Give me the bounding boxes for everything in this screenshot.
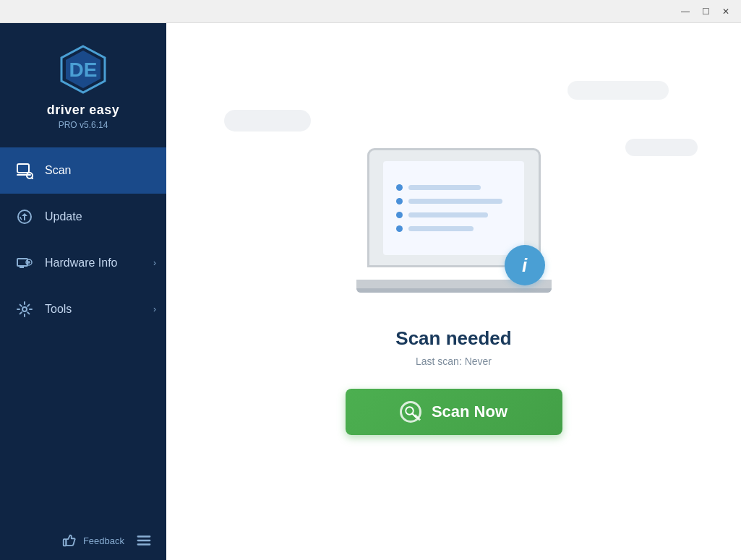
info-badge: i [505, 245, 545, 285]
tools-chevron: › [153, 304, 156, 314]
feedback-button[interactable]: Feedback [61, 533, 124, 548]
menu-button[interactable] [136, 533, 152, 548]
scan-dot-2 [396, 198, 403, 204]
hardware-info-icon [14, 253, 35, 273]
scan-bar-2 [408, 199, 502, 204]
svg-rect-15 [64, 539, 67, 546]
logo-version: PRO v5.6.14 [59, 120, 108, 130]
tools-label: Tools [45, 303, 72, 316]
hardware-info-chevron: › [153, 258, 156, 268]
scan-dot-4 [396, 225, 403, 232]
scan-now-icon [400, 401, 421, 423]
scan-content: i Scan needed Last scan: Never Scan Now [346, 148, 562, 435]
scan-line-2 [396, 198, 511, 204]
sidebar-logo: DE driver easy PRO v5.6.14 [0, 23, 166, 147]
decorative-blob-right [625, 139, 698, 156]
svg-line-6 [32, 178, 33, 179]
sidebar-item-scan[interactable]: Scan [0, 147, 166, 194]
hardware-info-label: Hardware Info [45, 257, 118, 270]
decorative-blob-top [567, 81, 669, 100]
last-scan-label: Last scan: Never [416, 356, 492, 367]
scan-bar-3 [408, 212, 488, 217]
minimize-button[interactable]: — [676, 4, 695, 20]
decorative-blob-left [224, 110, 311, 132]
app-logo-icon: DE [57, 43, 109, 95]
svg-rect-3 [17, 164, 29, 173]
sidebar-bottom: Feedback [0, 521, 166, 560]
sidebar-nav: Scan Update [0, 147, 166, 521]
app-window: — ☐ ✕ DE driver easy PRO v5.6.14 [0, 0, 741, 560]
scan-bar-4 [408, 226, 474, 231]
scan-line-4 [396, 225, 511, 232]
svg-text:DE: DE [69, 59, 98, 81]
maximize-button[interactable]: ☐ [696, 4, 715, 20]
laptop-screen-content [383, 161, 524, 255]
sidebar-item-hardware-info[interactable]: Hardware Info › [0, 240, 166, 286]
sidebar: DE driver easy PRO v5.6.14 [0, 23, 166, 560]
scan-icon [14, 160, 35, 181]
scan-line-1 [396, 184, 511, 191]
scan-line-3 [396, 212, 511, 218]
scan-label: Scan [45, 164, 71, 177]
close-button[interactable]: ✕ [716, 4, 735, 20]
scan-now-button[interactable]: Scan Now [346, 389, 562, 435]
scan-dot-3 [396, 212, 403, 218]
feedback-label: Feedback [83, 535, 124, 546]
tools-icon [14, 299, 35, 319]
scan-now-label: Scan Now [432, 402, 507, 421]
scan-bar-1 [408, 185, 481, 190]
update-icon [14, 207, 35, 227]
svg-point-14 [22, 307, 27, 311]
content-area: i Scan needed Last scan: Never Scan Now [166, 23, 741, 560]
logo-text: driver easy [47, 103, 120, 118]
scan-needed-title: Scan needed [395, 327, 511, 350]
svg-line-20 [412, 413, 416, 417]
update-label: Update [45, 210, 82, 223]
scan-dot-1 [396, 184, 403, 191]
title-bar: — ☐ ✕ [0, 0, 741, 23]
sidebar-item-update[interactable]: Update [0, 194, 166, 240]
main-layout: DE driver easy PRO v5.6.14 [0, 23, 741, 560]
sidebar-item-tools[interactable]: Tools › [0, 286, 166, 332]
laptop-illustration: i [353, 148, 555, 307]
